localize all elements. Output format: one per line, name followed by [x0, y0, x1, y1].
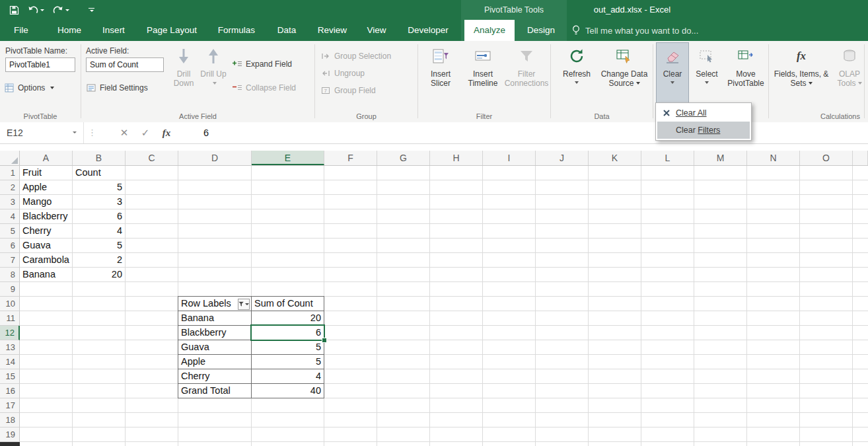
cancel-button[interactable]: ✕ — [116, 122, 132, 143]
column-header-C[interactable]: C — [126, 151, 178, 165]
row-header-6[interactable]: 6 — [0, 239, 20, 253]
formula-bar-content[interactable]: 6 — [198, 122, 209, 143]
cell-B5[interactable]: 4 — [73, 224, 125, 238]
move-pivottable-button[interactable]: Move PivotTable — [725, 42, 767, 106]
change-data-source-button[interactable]: Change Data Source — [598, 42, 650, 106]
cell-B3[interactable]: 3 — [73, 195, 125, 209]
cell-E11[interactable]: 20 — [252, 311, 324, 325]
cell-A4[interactable]: Blackberry — [20, 209, 72, 223]
options-button[interactable]: Options — [1, 81, 56, 95]
row-header-18[interactable]: 18 — [0, 413, 20, 427]
tell-me-box[interactable]: Tell me what you want to do... — [572, 20, 698, 41]
redo-button[interactable] — [53, 6, 69, 15]
cell-A1[interactable]: Fruit — [20, 166, 72, 180]
cell-A6[interactable]: Guava — [20, 239, 72, 252]
cell-D13[interactable]: Guava — [178, 340, 251, 354]
select-all-corner[interactable] — [0, 151, 20, 165]
group-field-button[interactable]: 7 Group Field — [318, 83, 378, 98]
tab-data[interactable]: Data — [270, 20, 304, 41]
row-header-8[interactable]: 8 — [0, 268, 20, 282]
tab-review[interactable]: Review — [313, 20, 351, 41]
row-header-17[interactable]: 17 — [0, 398, 20, 413]
customize-qat-button[interactable] — [89, 8, 94, 12]
column-header-E[interactable]: E — [252, 151, 324, 165]
undo-button[interactable] — [28, 6, 44, 15]
menu-item-clear-filters[interactable]: Clear Filters — [657, 122, 750, 139]
column-header-A[interactable]: A — [20, 151, 73, 165]
save-button[interactable] — [9, 5, 19, 15]
row-header-14[interactable]: 14 — [0, 355, 20, 369]
expand-field-button[interactable]: Expand Field — [229, 57, 294, 71]
menu-item-clear-all[interactable]: Clear All — [657, 104, 750, 122]
cell-E13[interactable]: 5 — [252, 340, 324, 354]
row-header-19[interactable]: 19 — [0, 427, 20, 442]
cell-D15[interactable]: Cherry — [178, 369, 251, 383]
group-selection-button[interactable]: Group Selection — [318, 49, 393, 63]
fields-items-sets-button[interactable]: fx Fields, Items, & Sets — [772, 42, 831, 106]
drill-down-button[interactable]: Drill Down — [169, 42, 198, 106]
row-header-9[interactable]: 9 — [0, 282, 20, 297]
filter-connections-button[interactable]: Filter Connections — [503, 42, 550, 106]
cell-D12[interactable]: Blackberry — [178, 326, 251, 340]
ungroup-button[interactable]: Ungroup — [318, 66, 367, 81]
cell-D11[interactable]: Banana — [178, 311, 251, 325]
cell-E15[interactable]: 4 — [252, 369, 324, 383]
column-header-I[interactable]: I — [483, 151, 536, 165]
fill-handle[interactable] — [322, 338, 327, 343]
row-header-1[interactable]: 1 — [0, 166, 20, 180]
cell-E16[interactable]: 40 — [252, 384, 324, 398]
olap-tools-button[interactable]: OLAP Tools — [832, 42, 867, 106]
row-header-10[interactable]: 10 — [0, 297, 20, 311]
drill-up-button[interactable]: Drill Up — [199, 42, 227, 106]
column-header-N[interactable]: N — [747, 151, 800, 165]
cell-A2[interactable]: Apple — [20, 180, 72, 194]
column-header-O[interactable]: O — [800, 151, 853, 165]
cell-A3[interactable]: Mango — [20, 195, 72, 209]
insert-function-button[interactable]: fx — [159, 122, 174, 143]
cell-D14[interactable]: Apple — [178, 355, 251, 369]
column-header-L[interactable]: L — [641, 151, 694, 165]
field-settings-button[interactable]: Field Settings — [83, 81, 150, 95]
row-header-4[interactable]: 4 — [0, 209, 20, 224]
cell-B2[interactable]: 5 — [73, 180, 125, 194]
column-header-D[interactable]: D — [178, 151, 252, 165]
tab-view[interactable]: View — [361, 20, 392, 41]
select-button[interactable]: Select — [690, 42, 723, 106]
column-header-B[interactable]: B — [73, 151, 126, 165]
tab-home[interactable]: Home — [52, 20, 87, 41]
cell-B4[interactable]: 6 — [73, 209, 125, 223]
column-header-G[interactable]: G — [377, 151, 430, 165]
pivottable-name-input[interactable] — [5, 57, 75, 72]
insert-timeline-button[interactable]: Insert Timeline — [462, 42, 504, 106]
clear-button[interactable]: Clear — [656, 42, 689, 106]
cell-A5[interactable]: Cherry — [20, 224, 72, 238]
row-header-15[interactable]: 15 — [0, 369, 20, 384]
row-header-7[interactable]: 7 — [0, 253, 20, 268]
cell-A8[interactable]: Banana — [20, 268, 72, 281]
tab-file[interactable]: File — [5, 20, 37, 41]
row-header-13[interactable]: 13 — [0, 340, 20, 355]
enter-button[interactable]: ✓ — [137, 122, 153, 143]
column-header-J[interactable]: J — [536, 151, 589, 165]
cell-E14[interactable]: 5 — [252, 355, 324, 369]
collapse-field-button[interactable]: Collapse Field — [229, 81, 298, 95]
cell-B8[interactable]: 20 — [73, 268, 125, 281]
cell-B1[interactable]: Count — [73, 166, 125, 180]
name-box[interactable]: E12 — [0, 122, 84, 143]
cell-E10[interactable]: Sum of Count — [252, 297, 324, 311]
row-header-12[interactable]: 12 — [0, 326, 20, 340]
row-header-2[interactable]: 2 — [0, 180, 20, 195]
tab-insert[interactable]: Insert — [96, 20, 131, 41]
refresh-button[interactable]: Refresh — [558, 42, 596, 106]
column-header-F[interactable]: F — [324, 151, 377, 165]
formula-bar-handle[interactable]: ⋮ — [88, 122, 96, 143]
column-header-H[interactable]: H — [430, 151, 483, 165]
row-header-3[interactable]: 3 — [0, 195, 20, 209]
row-labels-filter-button[interactable] — [238, 299, 250, 310]
row-header-5[interactable]: 5 — [0, 224, 20, 239]
tab-page-layout[interactable]: Page Layout — [140, 20, 203, 41]
insert-slicer-button[interactable]: Insert Slicer — [422, 42, 459, 106]
column-header-K[interactable]: K — [589, 151, 641, 165]
column-header-M[interactable]: M — [694, 151, 747, 165]
cell-B7[interactable]: 2 — [73, 253, 125, 267]
